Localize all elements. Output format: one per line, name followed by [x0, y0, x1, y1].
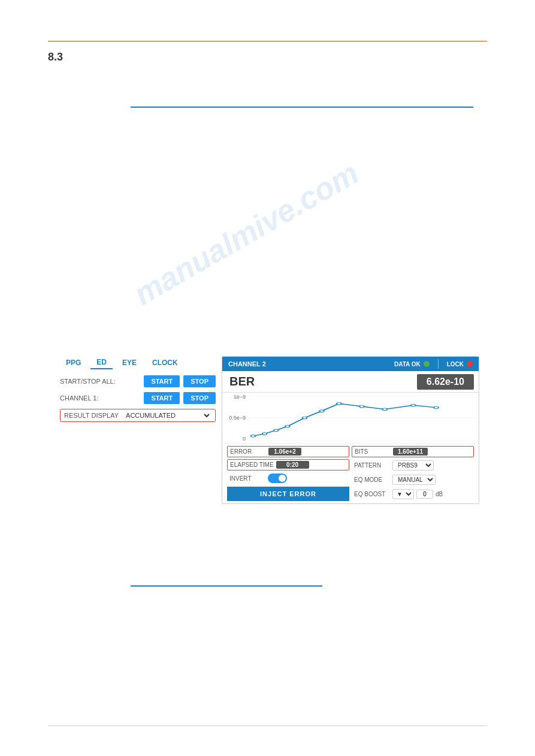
data-ok-dot — [424, 361, 430, 367]
svg-point-10 — [359, 405, 364, 408]
svg-point-4 — [262, 433, 267, 435]
tab-eye[interactable]: EYE — [116, 356, 143, 369]
result-display-label: RESULT DISPLAY — [64, 412, 119, 419]
chart-y-label-mid: 0.5e−9 — [222, 415, 247, 421]
lock-label: LOCK — [447, 361, 464, 368]
stats-config-grid: ERROR 1.06e+2 ELAPSED TIME 0:20 INVERT I… — [222, 444, 479, 503]
result-display-row: RESULT DISPLAY ACCUMULATED CURRENT — [60, 409, 216, 422]
chart-area: 1e−9 0.5e−9 0 — [222, 393, 479, 444]
chart-svg-wrapper — [247, 395, 476, 441]
bits-value: 1.60e+11 — [393, 448, 428, 456]
lock-dot — [467, 361, 473, 367]
svg-point-11 — [382, 408, 387, 411]
svg-point-13 — [434, 406, 439, 409]
svg-point-12 — [411, 404, 416, 406]
section-heading: 8.3 — [48, 51, 63, 63]
start-ch1-button[interactable]: START — [144, 392, 180, 404]
stop-ch1-button[interactable]: STOP — [183, 392, 216, 404]
data-ok-label: DATA OK — [394, 361, 421, 368]
ber-value: 6.62e-10 — [417, 374, 474, 390]
pattern-row: PATTERN PRBS9 PRBS7 PRBS15 PRBS31 — [352, 459, 474, 472]
error-label: ERROR — [230, 448, 266, 455]
result-display-select[interactable]: ACCUMULATED CURRENT — [123, 411, 211, 420]
channel-1-label: CHANNEL 1: — [60, 394, 140, 402]
ber-row: BER 6.62e-10 — [222, 371, 479, 393]
pattern-label: PATTERN — [354, 462, 390, 469]
invert-label: INVERT — [229, 475, 265, 482]
channel-title: CHANNEL 2 — [228, 360, 388, 368]
error-row: ERROR 1.06e+2 — [227, 446, 349, 457]
chart-svg — [247, 395, 476, 441]
inject-error-button[interactable]: INJECT ERROR — [227, 487, 349, 501]
left-panel: PPG ED EYE CLOCK START/STOP ALL: START S… — [60, 356, 216, 504]
channel-header: CHANNEL 2 DATA OK LOCK — [222, 357, 479, 371]
eq-mode-label: EQ MODE — [354, 476, 390, 483]
chart-y-label-top: 1e−9 — [222, 394, 247, 400]
elapsed-time-row: ELAPSED TIME 0:20 — [227, 459, 349, 470]
stop-all-button[interactable]: STOP — [183, 375, 216, 387]
eq-boost-input[interactable] — [416, 490, 433, 499]
eq-mode-row: EQ MODE MANUAL AUTO — [352, 473, 474, 486]
start-stop-all-label: START/STOP ALL: — [60, 378, 140, 385]
svg-point-6 — [285, 425, 290, 427]
data-ok-status: DATA OK — [394, 361, 430, 368]
svg-point-3 — [251, 435, 256, 438]
blue-separator-top — [131, 107, 473, 108]
chart-y-label-bot: 0 — [222, 436, 247, 442]
chart-y-axis: 1e−9 0.5e−9 0 — [222, 393, 247, 443]
ber-label: BER — [227, 374, 412, 390]
bits-label: BITS — [355, 448, 391, 455]
inject-row: INJECT ERROR — [227, 487, 349, 501]
right-stats: BITS 1.60e+11 PATTERN PRBS9 PRBS7 PRBS15… — [352, 446, 474, 501]
eq-boost-row: EQ BOOST ▼ dB — [352, 488, 474, 500]
invert-row: INVERT — [227, 472, 349, 484]
top-divider — [48, 41, 487, 42]
eq-mode-select[interactable]: MANUAL AUTO — [392, 475, 436, 485]
svg-point-7 — [303, 417, 307, 419]
blue-separator-bottom — [131, 585, 322, 587]
start-stop-all-row: START/STOP ALL: START STOP — [60, 375, 216, 387]
svg-point-8 — [319, 410, 324, 412]
channel-1-row: CHANNEL 1: START STOP — [60, 392, 216, 404]
invert-toggle[interactable] — [268, 473, 287, 483]
channel-panel: CHANNEL 2 DATA OK LOCK BER 6.62e-10 1e−9… — [222, 356, 479, 504]
svg-point-9 — [337, 402, 341, 405]
pattern-select[interactable]: PRBS9 PRBS7 PRBS15 PRBS31 — [392, 460, 434, 470]
tab-ed[interactable]: ED — [90, 356, 113, 369]
elapsed-time-value: 0:20 — [276, 461, 309, 469]
lock-status: LOCK — [447, 361, 473, 368]
elapsed-time-label: ELAPSED TIME — [230, 462, 274, 468]
eq-boost-unit: dB — [436, 491, 443, 497]
eq-boost-select[interactable]: ▼ — [392, 489, 414, 499]
ui-panel: PPG ED EYE CLOCK START/STOP ALL: START S… — [60, 356, 479, 504]
bits-row: BITS 1.60e+11 — [352, 446, 474, 457]
watermark: manualmive.com — [128, 155, 364, 312]
tab-clock[interactable]: CLOCK — [146, 356, 184, 369]
header-divider — [438, 359, 439, 369]
start-all-button[interactable]: START — [144, 375, 180, 387]
tab-ppg[interactable]: PPG — [60, 356, 87, 369]
bottom-divider — [48, 725, 487, 726]
svg-point-5 — [274, 429, 279, 432]
eq-boost-label: EQ BOOST — [354, 491, 390, 497]
error-value: 1.06e+2 — [268, 448, 301, 456]
left-stats: ERROR 1.06e+2 ELAPSED TIME 0:20 INVERT I… — [227, 446, 349, 501]
tab-bar: PPG ED EYE CLOCK — [60, 356, 216, 369]
